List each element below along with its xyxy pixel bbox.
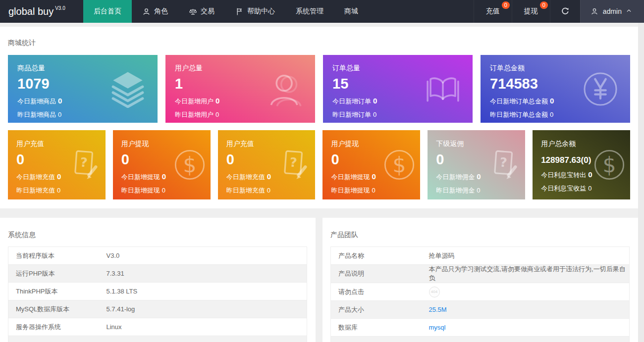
stat-today-value: 0: [550, 97, 554, 105]
big-stat-card-2: 订单总量 15 今日新增订单0 昨日新增订单0: [323, 55, 473, 123]
row-value: 404: [421, 283, 630, 301]
stat-yesterday-label: 昨日新增提现: [331, 187, 370, 194]
nav-actions: 充值 0 提现 0: [474, 0, 550, 23]
stat-today-label: 今日新增提现: [331, 173, 370, 181]
small-stat-card-1: 用户提现 0 今日新增提现0 昨日新增提现0 $: [113, 130, 211, 199]
stat-today-label: 今日利息宝转出: [541, 171, 586, 179]
stat-yesterday-value: 0: [373, 111, 376, 118]
stat-today-label: 今日新增用户: [175, 98, 214, 105]
stat-yesterday-value: 0: [477, 187, 480, 194]
user-icon: [142, 7, 151, 16]
table-row: [8, 336, 307, 342]
stat-card-title: 用户提现: [331, 140, 412, 148]
menu-item-2[interactable]: 交易: [178, 0, 225, 23]
row-label: ThinkPHP版本: [8, 283, 99, 300]
user-menu[interactable]: admin: [580, 0, 644, 23]
row-label: 运行PHP版本: [8, 265, 99, 283]
table-row: MySQL数据库版本 5.7.41-log: [8, 300, 307, 318]
small-stat-grid: 用户充值 0 今日新增充值0 昨日新增充值0 ? 用户提现 0 今日新增提现0 …: [8, 130, 630, 199]
stat-today-value: 0: [215, 97, 219, 105]
stat-yesterday-value: 0: [215, 111, 219, 118]
menu-item-3[interactable]: 帮助中心: [225, 0, 285, 23]
stat-yesterday-label: 昨日新增商品: [17, 111, 56, 118]
refresh-button[interactable]: [550, 0, 580, 23]
stat-yesterday-value: 0: [372, 187, 375, 194]
stat-today-label: 今日新增商品: [17, 98, 56, 105]
row-value: 7.3.31: [99, 265, 307, 283]
svg-text:?: ?: [499, 155, 508, 170]
stat-today-value: 0: [477, 172, 481, 181]
main-content: 商城统计 商品总量 1079 今日新增商品0 昨日新增商品0 用户总量 1 今日…: [0, 23, 638, 342]
row-value: V3.0: [99, 247, 307, 265]
stat-yesterday-label: 昨日新增订单: [332, 111, 371, 118]
system-info-title: 系统信息: [8, 231, 308, 240]
table-row: 产品说明 本产品只为学习测试交流,请勿要做商业或者用于违法行为,一切后果自负: [331, 265, 630, 283]
stat-yesterday-label: 昨日新增订单总金额: [490, 111, 548, 118]
stat-today-value: 0: [372, 172, 376, 181]
stat-yesterday-label: 昨日新增用户: [175, 111, 214, 118]
menu-item-5[interactable]: 商城: [334, 0, 369, 23]
stat-card-title: 用户充值: [16, 140, 97, 148]
small-stat-card-3: 用户提现 0 今日新增提现0 昨日新增提现0 $: [322, 130, 420, 199]
stat-today-label: 今日新增订单总金额: [490, 98, 548, 105]
stat-today-value: 0: [162, 172, 166, 181]
table-row: ThinkPHP版本 5.1.38 LTS: [8, 283, 307, 300]
row-value: 本产品只为学习测试交流,请勿要做商业或者用于违法行为,一切后果自负: [421, 265, 630, 283]
status-404-badge[interactable]: 404: [429, 287, 440, 297]
product-team-panel: 产品团队 产品名称 抢单源码 产品说明 本产品只为学习测试交流,请勿要做商业或者…: [322, 218, 638, 342]
stat-today-value: 0: [373, 97, 377, 105]
stat-yesterday-value: 0: [267, 187, 270, 194]
small-stat-card-4: 下级返佣 0 今日新增佣金0 昨日新增佣金0 ?: [428, 130, 525, 199]
person-icon: [590, 7, 599, 16]
recharge-button[interactable]: 充值 0: [474, 0, 512, 23]
row-value: 25.5M: [421, 301, 630, 319]
menu-item-1[interactable]: 角色: [132, 0, 178, 23]
row-label: 当前程序版本: [8, 247, 99, 265]
row-label: 数据库: [331, 319, 421, 337]
stat-card-title: 下级返佣: [436, 140, 517, 148]
table-row: 当前程序版本 V3.0: [8, 247, 307, 265]
system-info-table: 当前程序版本 V3.0 运行PHP版本 7.3.31 ThinkPHP版本 5.…: [8, 246, 307, 342]
small-stat-card-2: 用户充值 0 今日新增充值0 昨日新增充值0 ?: [218, 130, 316, 199]
row-value: Linux: [99, 318, 307, 336]
notification-badge: 0: [502, 1, 510, 9]
table-row: [331, 337, 630, 342]
big-stat-grid: 商品总量 1079 今日新增商品0 昨日新增商品0 用户总量 1 今日新增用户0…: [8, 55, 630, 123]
table-row: 请勿点击 404: [331, 283, 630, 301]
stat-yesterday-label: 昨日新增提现: [121, 187, 160, 194]
row-label: 产品名称: [331, 247, 421, 265]
big-stat-card-3: 订单总金额 714583 今日新增订单总金额0 昨日新增订单总金额0: [481, 55, 630, 123]
stat-today-value: 0: [588, 170, 592, 179]
scales-icon: [189, 7, 197, 16]
product-size-link[interactable]: 25.5M: [429, 306, 447, 313]
scrollbar[interactable]: [638, 23, 644, 342]
stat-yesterday-value: 0: [550, 111, 553, 118]
stat-today-label: 今日新增充值: [16, 173, 55, 181]
stat-today-label: 今日新增佣金: [436, 173, 475, 181]
table-row: 数据库 mysql: [331, 319, 630, 337]
menu-item-0[interactable]: 后台首页: [83, 0, 132, 23]
database-link[interactable]: mysql: [429, 324, 446, 331]
stats-section: 商城统计 商品总量 1079 今日新增商品0 昨日新增商品0 用户总量 1 今日…: [0, 27, 638, 208]
withdraw-button[interactable]: 提现 0: [512, 0, 550, 23]
big-stat-card-1: 用户总量 1 今日新增用户0 昨日新增用户0: [165, 55, 315, 123]
row-label: [331, 337, 421, 342]
stat-yesterday-value: 0: [58, 111, 61, 118]
main-menu: 后台首页 角色 交易 帮助中心 系统管理 商城: [83, 0, 369, 23]
menu-item-4[interactable]: 系统管理: [285, 0, 334, 23]
stat-yesterday-label: 昨日新增充值: [16, 187, 55, 194]
app-logo[interactable]: global buy V3.0: [0, 0, 83, 23]
stat-card-title: 用户充值: [226, 140, 307, 148]
stat-card-title: 用户提现: [121, 140, 202, 148]
navbar: global buy V3.0 后台首页 角色 交易 帮助中心 系统管理 商城 …: [0, 0, 644, 23]
stat-today-value: 0: [267, 172, 271, 181]
table-row: 服务器操作系统 Linux: [8, 318, 307, 336]
row-value: [421, 337, 630, 342]
small-stat-card-0: 用户充值 0 今日新增充值0 昨日新增充值0 ?: [8, 130, 106, 199]
stat-today-label: 今日新增订单: [332, 98, 371, 105]
row-label: 产品大小: [331, 301, 421, 319]
product-team-title: 产品团队: [330, 231, 630, 240]
stat-today-label: 今日新增提现: [121, 173, 160, 181]
app-version: V3.0: [55, 5, 65, 11]
username: admin: [603, 7, 622, 15]
